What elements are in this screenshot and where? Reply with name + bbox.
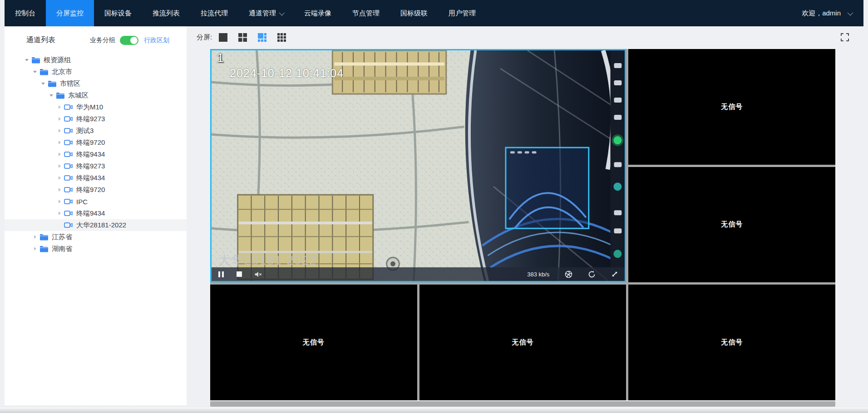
caret-right-icon[interactable] xyxy=(56,211,63,215)
caret-down-icon[interactable] xyxy=(48,94,54,97)
mute-icon[interactable] xyxy=(254,271,262,278)
tree-item-shixiaqu[interactable]: 市辖区 xyxy=(5,78,187,89)
user-menu[interactable]: 欢迎，admin xyxy=(790,0,863,26)
tree-item-label: 东城区 xyxy=(68,91,89,100)
tree-item-camera[interactable]: 终端9720 xyxy=(5,184,187,196)
nav-item-cloud-record[interactable]: 云端录像 xyxy=(294,0,342,26)
tree-item-camera[interactable]: 华为M10 xyxy=(5,101,187,113)
chevron-down-icon xyxy=(848,10,853,15)
tree-item-jiangsu[interactable]: 江苏省 xyxy=(5,231,187,243)
nav-item-label: 拉流代理 xyxy=(201,9,228,18)
camera-icon xyxy=(64,115,73,123)
bitrate-text: 383 kb/s xyxy=(527,271,549,278)
nav-item-label: 推流列表 xyxy=(153,9,180,18)
tree-item-label: 大华28181-2022 xyxy=(76,221,126,230)
caret-right-icon[interactable] xyxy=(56,164,63,168)
video-pane-empty-3[interactable]: 无信号 xyxy=(210,285,417,400)
video-pane-live[interactable]: 1 2024-10-12 10:41:04 大华28181-2022 383 k… xyxy=(210,49,626,282)
tree-item-label: 华为M10 xyxy=(76,103,103,112)
nav-item-gb-cascade[interactable]: 国标级联 xyxy=(390,0,438,26)
tree-item-camera[interactable]: 终端9434 xyxy=(5,207,187,219)
folder-icon xyxy=(39,68,49,75)
tree-item-camera[interactable]: 终端9434 xyxy=(5,148,187,160)
nav-item-user-mgmt[interactable]: 用户管理 xyxy=(438,0,486,26)
tree-item-label: 江苏省 xyxy=(52,233,72,241)
layout-6-icon-active[interactable] xyxy=(257,33,267,42)
no-signal-text: 无信号 xyxy=(721,103,743,111)
caret-right-icon[interactable] xyxy=(56,141,63,144)
tree-item-camera-dahua-selected[interactable]: 大华28181-2022 xyxy=(5,219,187,231)
tree-item-label: 终端9434 xyxy=(76,209,105,218)
split-label: 分屏: xyxy=(197,33,212,42)
pause-icon[interactable] xyxy=(218,271,224,278)
tree-item-camera[interactable]: 测试3 xyxy=(5,125,187,137)
camera-icon xyxy=(64,221,73,229)
folder-icon xyxy=(56,92,65,99)
tree-item-camera[interactable]: 终端9273 xyxy=(5,160,187,172)
nav-item-label: 通道管理 xyxy=(249,9,276,18)
caret-right-icon[interactable] xyxy=(56,152,63,156)
caret-right-icon[interactable] xyxy=(56,117,63,121)
caret-down-icon[interactable] xyxy=(24,59,30,61)
tree-item-label: IPC xyxy=(76,198,88,206)
refresh-icon[interactable] xyxy=(588,270,596,278)
no-signal-text: 无信号 xyxy=(512,338,533,347)
layout-1-icon[interactable] xyxy=(218,33,228,42)
nav-item-pull-proxy[interactable]: 拉流代理 xyxy=(190,0,238,26)
nav-item-gb-devices[interactable]: 国标设备 xyxy=(94,0,142,26)
caret-right-icon[interactable] xyxy=(32,247,38,251)
toggle-knob xyxy=(130,37,138,44)
caret-down-icon[interactable] xyxy=(32,71,38,73)
fullscreen-icon[interactable] xyxy=(839,32,850,43)
tree-item-label: 终端9273 xyxy=(76,162,105,171)
video-pane-empty-2[interactable]: 无信号 xyxy=(628,167,835,283)
nav-item-node-mgmt[interactable]: 节点管理 xyxy=(342,0,390,26)
tree-item-camera[interactable]: 终端9434 xyxy=(5,172,187,184)
tree-item-hunan[interactable]: 湖南省 xyxy=(5,243,187,255)
sidebar-title: 通道列表 xyxy=(26,35,55,45)
tree-item-camera[interactable]: IPC xyxy=(5,196,187,207)
no-signal-text: 无信号 xyxy=(303,338,325,347)
page-bottom-scrollbar[interactable] xyxy=(0,407,868,413)
caret-right-icon[interactable] xyxy=(56,129,63,133)
video-pane-empty-5[interactable]: 无信号 xyxy=(628,285,835,400)
admin-region-link[interactable]: 行政区划 xyxy=(144,36,169,44)
stop-icon[interactable] xyxy=(236,271,242,277)
channel-sidebar: 通道列表 业务分组 行政区划 根资源组 北京市 市辖区 xyxy=(5,26,187,405)
tree-item-root-group[interactable]: 根资源组 xyxy=(5,54,187,66)
tree-item-label: 根资源组 xyxy=(44,56,71,64)
caret-down-icon[interactable] xyxy=(40,83,46,85)
camera-icon xyxy=(64,162,73,170)
tree-item-dongcheng[interactable]: 东城区 xyxy=(5,89,187,101)
video-pane-empty-4[interactable]: 无信号 xyxy=(419,285,626,400)
caret-right-icon[interactable] xyxy=(32,235,38,239)
nav-item-label: 用户管理 xyxy=(449,9,476,18)
grid-horizontal-scrollbar[interactable] xyxy=(210,401,835,407)
tree-item-label: 测试3 xyxy=(76,127,94,135)
aperture-icon[interactable] xyxy=(565,270,572,278)
no-signal-text: 无信号 xyxy=(721,220,743,229)
nav-item-console[interactable]: 控制台 xyxy=(5,0,46,26)
caret-right-icon[interactable] xyxy=(56,176,63,180)
expand-icon[interactable] xyxy=(611,270,618,278)
player-control-bar: 383 kb/s xyxy=(212,267,625,281)
nav-item-split-monitor[interactable]: 分屏监控 xyxy=(46,0,94,26)
split-toolbar: 分屏: xyxy=(197,29,296,45)
nav-item-push-list[interactable]: 推流列表 xyxy=(142,0,190,26)
caret-right-icon[interactable] xyxy=(56,200,63,203)
group-mode-toggle[interactable] xyxy=(120,36,138,45)
camera-icon xyxy=(64,174,73,182)
layout-4-icon[interactable] xyxy=(238,33,247,42)
video-pane-empty-1[interactable]: 无信号 xyxy=(628,49,835,165)
tree-item-camera[interactable]: 终端9273 xyxy=(5,113,187,125)
top-navbar: 控制台 分屏监控 国标设备 推流列表 拉流代理 通道管理 云端录像 节点管理 国… xyxy=(5,0,863,26)
camera-icon xyxy=(64,198,73,205)
caret-right-icon[interactable] xyxy=(56,188,63,192)
caret-right-icon[interactable] xyxy=(56,105,63,109)
tree-item-camera[interactable]: 终端9720 xyxy=(5,137,187,148)
business-group-label: 业务分组 xyxy=(90,36,115,44)
layout-9-icon[interactable] xyxy=(277,33,286,42)
camera-icon xyxy=(64,103,73,111)
nav-item-channel-mgmt[interactable]: 通道管理 xyxy=(238,0,294,26)
tree-item-beijing[interactable]: 北京市 xyxy=(5,66,187,78)
